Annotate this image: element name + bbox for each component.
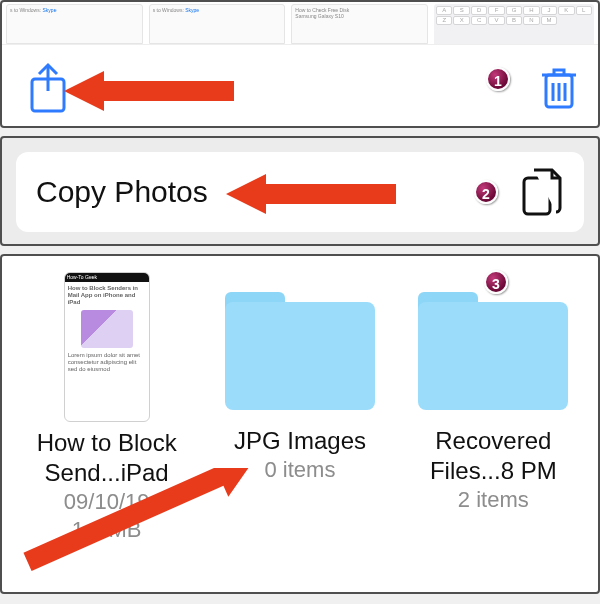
tab-link: Skype <box>43 7 57 13</box>
keyboard-key: V <box>488 16 504 25</box>
folder-icon <box>418 292 568 410</box>
keyboard-key: L <box>576 6 592 15</box>
keyboard-key: K <box>558 6 574 15</box>
tab-thumb[interactable]: How to Check Free Disk Samsung Galaxy S1… <box>291 4 428 44</box>
files-grid: How-To Geek How to Block Senders in Mail… <box>2 272 598 544</box>
folder-item-jpg-images[interactable]: JPG Images 0 items <box>210 272 390 484</box>
file-name: Recovered Files...8 PM <box>403 426 583 486</box>
selection-toolbar: 1 <box>2 44 598 128</box>
keyboard-key: C <box>471 16 487 25</box>
keyboard-key: F <box>488 6 504 15</box>
annotation-arrow-icon <box>226 170 396 218</box>
thumb-site-header: How-To Geek <box>65 273 149 282</box>
tab-link: Skype <box>185 7 199 13</box>
tab-sub: Samsung Galaxy S10 <box>295 13 343 19</box>
keyboard-key: N <box>523 16 539 25</box>
keyboard-key: B <box>506 16 522 25</box>
tab-snippet: s to Windows: <box>10 7 41 13</box>
keyboard-key: G <box>506 6 522 15</box>
file-sub: 2 items <box>403 486 583 514</box>
folder-icon <box>225 292 375 410</box>
trash-button[interactable] <box>538 63 580 111</box>
share-button[interactable] <box>26 61 70 115</box>
annotation-badge-3: 3 <box>484 270 508 294</box>
keyboard-key: H <box>523 6 539 15</box>
file-sub: 0 items <box>210 456 390 484</box>
annotation-arrow-icon <box>64 67 234 115</box>
share-sheet-row-copy-photos[interactable]: Copy Photos 2 <box>16 152 584 232</box>
tab-snippet: s to Windows: <box>153 7 184 13</box>
file-name: JPG Images <box>210 426 390 456</box>
panel-copy-photos: Copy Photos 2 <box>0 136 600 246</box>
file-date: 09/10/19 <box>17 488 197 516</box>
copy-icon <box>520 166 564 218</box>
app-switcher-row: s to Windows: Skype s to Windows: Skype … <box>2 2 598 44</box>
panel-share-toolbar: s to Windows: Skype s to Windows: Skype … <box>0 0 600 128</box>
share-row-label: Copy Photos <box>36 175 208 209</box>
keyboard-key: J <box>541 6 557 15</box>
file-size: 1.3 MB <box>17 516 197 544</box>
keyboard-key: Z <box>436 16 452 25</box>
document-thumbnail: How-To Geek How to Block Senders in Mail… <box>64 272 150 422</box>
keyboard-key: X <box>453 16 469 25</box>
svg-marker-7 <box>64 71 234 111</box>
file-item-document[interactable]: How-To Geek How to Block Senders in Mail… <box>17 272 197 544</box>
annotation-badge-1: 1 <box>486 67 510 91</box>
file-name: How to Block Send...iPad <box>17 428 197 488</box>
keyboard-key: M <box>541 16 557 25</box>
folder-item-recovered[interactable]: Recovered Files...8 PM 2 items <box>403 272 583 514</box>
thumb-article-title: How to Block Senders in Mail App on iPho… <box>68 285 138 305</box>
tab-thumb[interactable]: s to Windows: Skype <box>149 4 286 44</box>
tab-thumb[interactable]: s to Windows: Skype <box>6 4 143 44</box>
keyboard-key: D <box>471 6 487 15</box>
thumb-image-icon <box>81 310 133 348</box>
svg-marker-8 <box>226 174 396 214</box>
annotation-badge-2: 2 <box>474 180 498 204</box>
thumb-filler: Lorem ipsum dolor sit amet consectetur a… <box>68 352 140 372</box>
keyboard-thumb[interactable]: ASDFGHJKLZXCVBNM <box>434 4 594 44</box>
keyboard-key: A <box>436 6 452 15</box>
keyboard-key: S <box>453 6 469 15</box>
panel-files-grid: 3 How-To Geek How to Block Senders in Ma… <box>0 254 600 594</box>
